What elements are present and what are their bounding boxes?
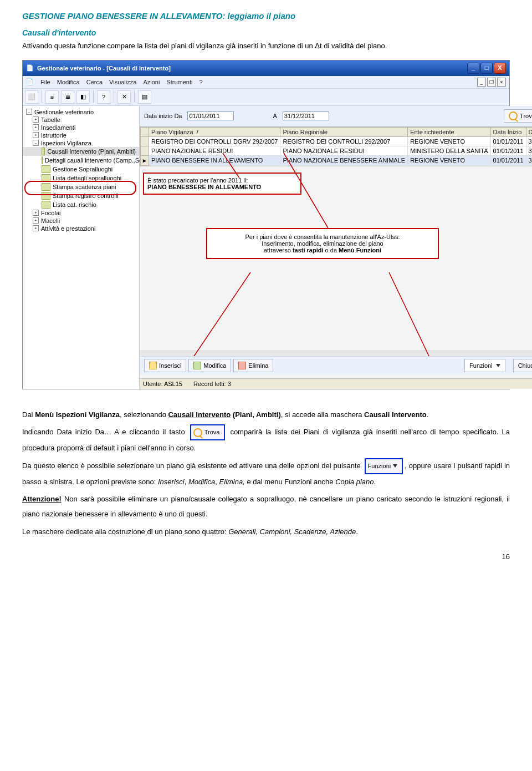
menu-visualizza[interactable]: Visualizza xyxy=(109,79,136,85)
menu-strumenti[interactable]: Strumenti xyxy=(166,79,192,85)
tree-insediamenti[interactable]: Insediamenti xyxy=(41,124,75,131)
menubar: 📄 File Modifica Cerca Visualizza Azioni … xyxy=(23,76,509,89)
toolbar-btn-4[interactable]: ◧ xyxy=(76,90,90,104)
inline-funzioni-button: Funzioni xyxy=(365,458,403,474)
col-ente[interactable]: Ente richiedente xyxy=(408,127,490,136)
mdi-max-button[interactable]: ❐ xyxy=(487,78,496,87)
toolbar-btn-2[interactable]: ≡ xyxy=(45,90,59,104)
col-piano-vigilanza[interactable]: Piano Vigilanza / xyxy=(149,127,280,136)
tree-ispezioni[interactable]: Ispezioni Vigilanza xyxy=(41,140,91,146)
status-utente: Utente: ASL15 xyxy=(143,381,182,387)
body-p1: Dal Menù Ispezioni Vigilanza, selezionan… xyxy=(22,407,510,422)
table-row[interactable]: REGISTRO DEI CONTROLLI DGRV 292/2007REGI… xyxy=(141,136,533,146)
callout-precaricato: È stato precaricato per l'anno 2011 il: … xyxy=(143,173,301,195)
tree-gestione-sopralluoghi[interactable]: Gestione Sopralluoghi xyxy=(53,166,112,173)
chevron-down-icon xyxy=(496,364,500,367)
tree-macelli[interactable]: Macelli xyxy=(41,217,60,224)
tree-attivita[interactable]: Attività e prestazioni xyxy=(41,225,95,232)
window-titlebar: 📄 Gestionale veterinario - [Causali di i… xyxy=(23,60,509,76)
filter-label-a: A xyxy=(273,113,277,119)
tree-stampa-scadenza[interactable]: Stampa scadenza piani xyxy=(53,184,116,190)
intro-text: Attivando questa funzione compare la lis… xyxy=(22,40,510,52)
section-subtitle: Causali d'intervento xyxy=(22,28,510,37)
window-title: Gestionale veterinario - [Causali di int… xyxy=(37,65,171,72)
toolbar-btn-3[interactable]: ≣ xyxy=(61,90,74,104)
col-data-inizio[interactable]: Data Inizio xyxy=(490,127,526,136)
table-row[interactable]: ▸ PIANO BENESSERE IN ALLEVAMENTOPIANO NA… xyxy=(141,155,533,165)
window-max-button[interactable]: □ xyxy=(480,63,493,74)
elimina-button[interactable]: Elimina xyxy=(233,359,273,372)
results-grid: Piano Vigilanza / Piano Regionale Ente r… xyxy=(140,127,532,166)
callout-manutenzione: Per i piani dove è consentita la manuten… xyxy=(206,228,439,259)
chevron-down-icon xyxy=(393,464,397,468)
filter-date-from[interactable] xyxy=(187,111,234,120)
tree-stampa-registro[interactable]: Stampa registro controlli xyxy=(53,192,119,199)
main-panel: Data inizio Da A Trova Piano Vigilanza /… xyxy=(140,106,532,389)
inline-trova-button: Trova xyxy=(190,424,226,440)
menu-cerca[interactable]: Cerca xyxy=(86,79,103,85)
tree-causali-intervento[interactable]: Causali Intervento (Piani, Ambiti) xyxy=(47,148,136,155)
tree-lista-cat[interactable]: Lista cat. rischio xyxy=(53,201,96,208)
filter-label-da: Data inizio Da xyxy=(144,113,182,119)
status-record: Record letti: 3 xyxy=(193,381,231,387)
chiudi-button[interactable]: Chiudi xyxy=(513,359,532,372)
modifica-button[interactable]: Modifica xyxy=(188,359,231,372)
funzioni-button[interactable]: Funzioni xyxy=(464,359,505,372)
toolbar-btn-6[interactable]: ✕ xyxy=(117,90,131,104)
mdi-close-button[interactable]: × xyxy=(497,78,506,87)
tree-lista-dettagli[interactable]: Lista dettagli sopralluoghi xyxy=(53,175,121,181)
table-row[interactable]: PIANO NAZIONALE RESIDUIPIANO NAZIONALE R… xyxy=(141,146,533,155)
tree-focolai[interactable]: Focolai xyxy=(41,210,60,216)
search-icon xyxy=(193,428,202,437)
toolbar-btn-1[interactable]: ⬜ xyxy=(25,90,38,104)
window-close-button[interactable]: X xyxy=(494,63,506,74)
body-p3: Indicando Data inizio Da… A e cliccando … xyxy=(22,424,510,455)
filter-date-to[interactable] xyxy=(283,111,329,120)
inserisci-button[interactable]: Inserisci xyxy=(144,359,186,372)
tree-istruttorie[interactable]: Istruttorie xyxy=(41,132,66,139)
tree-tabelle[interactable]: Tabelle xyxy=(41,116,60,123)
tree-root[interactable]: Gestionale veterinario xyxy=(34,109,94,115)
screenshot-container: 📄 Gestionale veterinario - [Causali di i… xyxy=(22,60,510,389)
tree-dettagli-causali[interactable]: Dettagli cauali intervento (Camp.,Sca) xyxy=(45,157,147,164)
toolbar-btn-5[interactable]: ? xyxy=(97,90,110,104)
body-p5: Da questo elenco è possibile selezionare… xyxy=(22,458,510,489)
trova-button[interactable]: Trova xyxy=(504,109,532,123)
window-min-button[interactable]: _ xyxy=(467,63,479,74)
search-icon xyxy=(509,111,518,120)
col-piano-regionale[interactable]: Piano Regionale xyxy=(280,127,408,136)
mdi-min-button[interactable]: _ xyxy=(477,78,486,87)
col-data[interactable]: Data xyxy=(526,127,532,136)
toolbar-btn-7[interactable]: ▤ xyxy=(138,90,151,104)
toolbar: ⬜ ≡ ≣ ◧ ? ✕ ▤ xyxy=(23,89,509,106)
menu-file[interactable]: File xyxy=(40,79,50,85)
menu-azioni[interactable]: Azioni xyxy=(143,79,160,85)
body-attenzione: Attenzione! Non sarà possibile eliminare… xyxy=(22,491,510,522)
sidebar-tree: -Gestionale veterinario +Tabelle +Insedi… xyxy=(23,106,140,389)
menu-help[interactable]: ? xyxy=(199,79,202,85)
menu-modifica[interactable]: Modifica xyxy=(57,79,80,85)
page-title: GESTIONE PIANO BENESSERE IN ALLEVAMENTO:… xyxy=(22,11,510,21)
app-icon: 📄 xyxy=(26,64,34,72)
page-number: 16 xyxy=(22,552,510,561)
body-p8: Le maschere dedicate alla costruzione di… xyxy=(22,524,510,539)
